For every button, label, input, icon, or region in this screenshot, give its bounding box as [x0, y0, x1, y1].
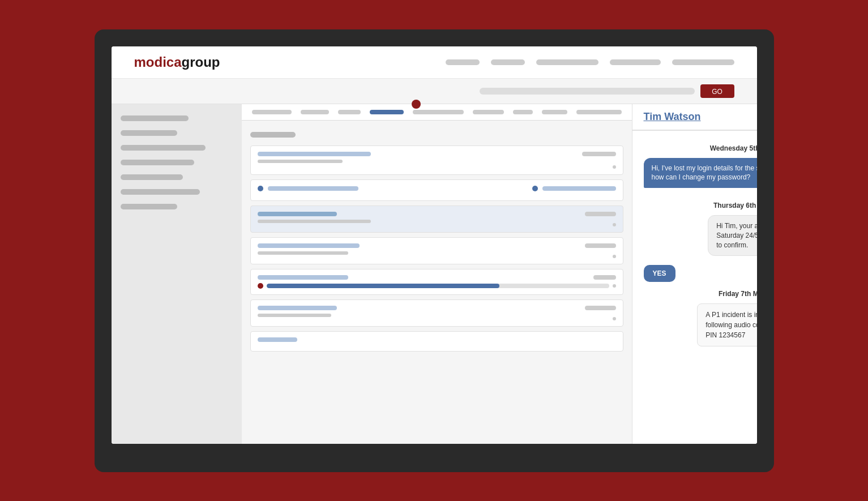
list-item-text	[258, 212, 337, 216]
list-item-text	[258, 243, 360, 248]
chat-contact-name[interactable]: Tim Watson	[644, 111, 701, 122]
list-item[interactable]	[250, 299, 623, 327]
tab-5[interactable]	[413, 110, 464, 114]
date-divider-3: Friday 7th May 2021	[644, 290, 757, 298]
message-bubble-outgoing: Hi Tim, your appointment is booked for S…	[708, 215, 756, 256]
nav-item-2[interactable]	[491, 59, 525, 65]
list-item-dot	[613, 223, 616, 226]
tab-notification-dot	[412, 100, 421, 109]
list-item-label	[585, 306, 616, 310]
list-item-text	[258, 152, 371, 156]
list-item-dot	[613, 165, 616, 169]
search-bar[interactable]	[480, 88, 695, 95]
sub-header: GO	[112, 79, 757, 104]
message-row: Hi Tim, your appointment is booked for S…	[644, 215, 757, 262]
list-item-dot	[613, 255, 616, 258]
sidebar-item-6[interactable]	[121, 189, 200, 195]
list-item-label	[582, 152, 616, 156]
main-content: Tim Watson Wednesday 5th May 2021 Hi, I'…	[112, 104, 757, 444]
list-item-text	[258, 275, 348, 280]
sidebar-item-4[interactable]	[121, 160, 194, 165]
tab-6[interactable]	[473, 110, 504, 114]
nav-item-1[interactable]	[446, 59, 480, 65]
message-row-p1: A P1 incident is in progress. Please joi…	[644, 303, 757, 346]
sidebar-item-3[interactable]	[121, 145, 206, 151]
nav-item-4[interactable]	[610, 59, 661, 65]
list-item-active[interactable]	[250, 205, 623, 233]
search-button[interactable]: GO	[700, 84, 734, 98]
p1-message-bubble: A P1 incident is in progress. Please joi…	[697, 303, 756, 346]
tab-8[interactable]	[542, 110, 567, 114]
nav-bar	[446, 59, 734, 65]
list-item-label	[585, 212, 616, 216]
header: modicagroup	[112, 46, 757, 79]
date-divider-2: Thursday 6th May 2021	[644, 202, 757, 209]
tab-9[interactable]	[576, 110, 622, 114]
tab-1[interactable]	[252, 110, 292, 114]
sidebar-item-1[interactable]	[121, 115, 189, 121]
end-dot	[613, 284, 616, 288]
list-area	[242, 121, 632, 362]
list-header	[250, 132, 296, 138]
center-panel	[242, 104, 632, 444]
sidebar-item-5[interactable]	[121, 174, 183, 180]
nav-item-3[interactable]	[536, 59, 598, 65]
message-row: Hi, I've lost my login details for the s…	[644, 158, 757, 194]
yes-bubble: YES	[644, 265, 675, 282]
list-item-sub	[258, 160, 343, 163]
list-item[interactable]	[250, 237, 623, 264]
nav-item-5[interactable]	[672, 59, 734, 65]
tab-2[interactable]	[301, 110, 329, 114]
tab-7[interactable]	[513, 110, 533, 114]
sidebar	[112, 104, 242, 444]
list-item[interactable]	[250, 179, 623, 201]
list-item-text2	[542, 186, 616, 191]
laptop-frame: modicagroup GO	[95, 29, 774, 472]
list-item-text	[268, 186, 358, 191]
tabs-row	[242, 104, 632, 121]
progress-dot	[258, 283, 263, 289]
list-dot	[258, 186, 263, 191]
chat-messages: Wednesday 5th May 2021 Hi, I've lost my …	[632, 131, 757, 444]
list-item-label	[585, 243, 616, 248]
date-divider-1: Wednesday 5th May 2021	[644, 144, 757, 152]
message-bubble-incoming: Hi, I've lost my login details for the s…	[644, 158, 757, 189]
tab-active[interactable]	[370, 110, 404, 114]
message-row-yes: YES	[644, 265, 757, 282]
sidebar-item-7[interactable]	[121, 204, 177, 209]
list-item-dot	[613, 317, 616, 320]
logo-part1: modica	[134, 54, 182, 70]
chat-header: Tim Watson	[632, 104, 757, 131]
sidebar-item-2[interactable]	[121, 130, 177, 136]
list-item-text	[258, 337, 297, 342]
progress-bar	[267, 284, 609, 288]
right-panel: Tim Watson Wednesday 5th May 2021 Hi, I'…	[632, 104, 757, 444]
list-item-text	[258, 306, 337, 310]
tab-3[interactable]	[338, 110, 361, 114]
progress-fill	[267, 284, 499, 288]
list-dot2	[532, 186, 538, 191]
list-item-progress[interactable]	[250, 269, 623, 295]
screen: modicagroup GO	[112, 46, 757, 444]
list-item[interactable]	[250, 145, 623, 175]
logo-part2: group	[182, 54, 220, 70]
list-item[interactable]	[250, 331, 623, 352]
logo: modicagroup	[134, 54, 220, 70]
list-item-label	[593, 275, 616, 280]
